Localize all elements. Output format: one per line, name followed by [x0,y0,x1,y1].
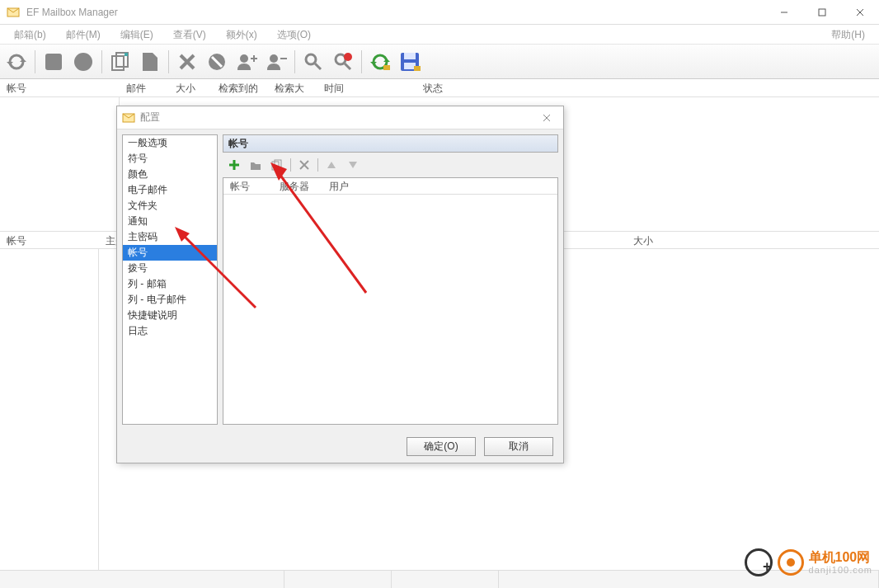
move-up-icon[interactable] [323,157,340,173]
add-icon[interactable] [226,157,242,173]
search-icon[interactable] [300,49,327,75]
svg-rect-28 [404,53,416,59]
svg-marker-25 [370,62,377,65]
nav-item[interactable]: 快捷键说明 [123,308,217,323]
record-icon[interactable] [70,49,96,75]
svg-point-16 [240,54,248,63]
status-cell-3 [392,571,499,588]
dialog-panel-title: 帐号 [223,134,558,153]
dialog-app-icon [122,111,135,125]
refresh-icon[interactable] [3,49,30,75]
nav-item[interactable]: 一般选项 [123,135,217,151]
svg-rect-2 [819,9,825,16]
dialog-nav-list[interactable]: 一般选项符号颜色电子邮件文件夹通知主密码帐号拨号列 - 邮箱列 - 电子邮件快捷… [122,134,218,425]
svg-rect-26 [383,65,390,70]
col-server[interactable]: 服务器 [273,178,322,194]
search-stop-icon[interactable] [330,49,356,75]
nav-item[interactable]: 拨号 [123,261,217,276]
delete-icon[interactable] [174,49,200,75]
stop-icon[interactable] [40,49,67,75]
watermark-logo-d-icon [778,549,804,576]
svg-rect-11 [125,53,128,56]
menu-view[interactable]: 查看(V) [163,26,216,44]
window-controls [765,0,879,25]
watermark-line2: danji100.com [809,565,872,575]
title-bar: EF Mailbox Manager [0,0,879,25]
menu-options[interactable]: 选项(O) [267,26,321,44]
save-icon[interactable] [397,49,423,75]
status-cell-1 [0,571,284,588]
col-account3[interactable]: 帐号 [223,178,273,194]
dialog-buttons: 确定(O) 取消 [117,430,563,463]
svg-rect-7 [45,54,62,70]
nav-item[interactable]: 列 - 邮箱 [123,276,217,292]
status-cell-2 [284,571,392,588]
minimize-button[interactable] [765,0,803,25]
col-size[interactable]: 大小 [169,79,212,96]
col-account2[interactable]: 帐号 [0,232,99,248]
config-dialog: 配置 一般选项符号颜色电子邮件文件夹通知主密码帐号拨号列 - 邮箱列 - 电子邮… [116,106,564,463]
col-found[interactable]: 检索到的 [212,79,268,96]
svg-marker-24 [383,59,390,62]
user-remove-icon[interactable] [263,49,289,75]
dialog-title: 配置 [140,111,530,125]
menu-edit[interactable]: 编辑(E) [110,26,163,44]
account-list[interactable]: 帐号 服务器 用户 [223,177,558,425]
main-toolbar [0,45,879,79]
nav-item[interactable]: 日志 [123,323,217,339]
open-icon[interactable] [247,157,264,173]
svg-marker-41 [349,162,357,168]
menu-help[interactable]: 帮助(H) [821,26,875,44]
dialog-toolbar [223,153,558,174]
svg-rect-30 [414,66,421,71]
close-button[interactable] [841,0,879,25]
svg-line-20 [315,64,321,69]
account-list-header: 帐号 服务器 用户 [223,178,557,195]
nav-item[interactable]: 符号 [123,151,217,167]
copy-icon[interactable] [269,157,285,173]
menu-bar: 邮箱(b) 邮件(M) 编辑(E) 查看(V) 额外(x) 选项(O) 帮助(H… [0,25,879,45]
ok-button[interactable]: 确定(O) [407,437,476,456]
nav-item[interactable]: 列 - 电子邮件 [123,292,217,308]
col-size2[interactable]: 大小 [627,232,660,248]
col-found-size[interactable]: 检索大小 [268,79,317,96]
col-state[interactable]: 状态 [416,79,499,96]
lower-grid-left [0,249,99,570]
svg-point-23 [344,53,352,61]
upper-grid-left [0,97,120,231]
dialog-close-button[interactable] [530,106,563,129]
svg-marker-5 [20,59,26,62]
col-time[interactable]: 时间 [317,79,416,96]
svg-point-17 [270,54,278,63]
user-add-icon[interactable] [233,49,260,75]
svg-point-19 [306,54,316,64]
svg-marker-40 [327,162,336,168]
nav-item[interactable]: 主密码 [123,229,217,245]
col-mail[interactable]: 邮件 [120,79,169,96]
menu-mailbox[interactable]: 邮箱(b) [4,26,56,44]
col-user[interactable]: 用户 [322,178,372,194]
watermark-line1: 单机100网 [809,550,872,565]
nav-item[interactable]: 电子邮件 [123,182,217,198]
remove-icon[interactable] [296,157,313,173]
block-icon[interactable] [204,49,230,75]
copy-icon[interactable] [107,49,134,75]
col-account[interactable]: 帐号 [0,79,120,96]
maximize-button[interactable] [803,0,841,25]
sync-icon[interactable] [367,49,393,75]
file-icon[interactable] [137,49,163,75]
svg-rect-9 [112,56,124,70]
app-icon [7,6,20,19]
menu-extra[interactable]: 额外(x) [216,26,267,44]
svg-marker-6 [7,62,13,65]
dialog-title-bar: 配置 [117,106,563,129]
menu-mail[interactable]: 邮件(M) [56,26,110,44]
svg-rect-29 [404,63,416,69]
nav-item[interactable]: 文件夹 [123,198,217,214]
nav-item[interactable]: 通知 [123,214,217,229]
nav-item[interactable]: 颜色 [123,167,217,182]
nav-item[interactable]: 帐号 [123,245,217,261]
upper-grid-header: 帐号 邮件 大小 检索到的 检索大小 时间 状态 [0,79,879,97]
cancel-button[interactable]: 取消 [484,437,553,456]
move-down-icon[interactable] [345,157,361,173]
